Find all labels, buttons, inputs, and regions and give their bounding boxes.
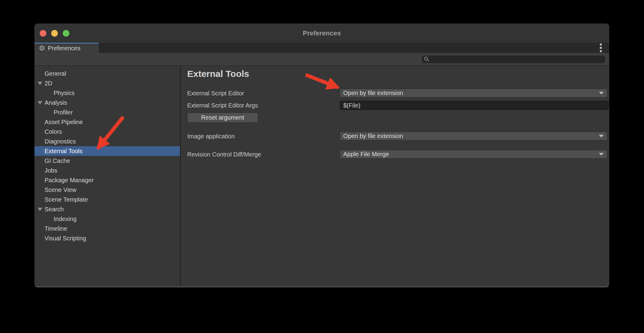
page-title: External Tools bbox=[187, 68, 249, 80]
sidebar-item-label: Analysis bbox=[45, 98, 67, 107]
sidebar-item-external-tools[interactable]: External Tools bbox=[35, 146, 180, 156]
sidebar-item-scene-template[interactable]: Scene Template bbox=[35, 195, 180, 204]
sidebar-item-diagnostics[interactable]: Diagnostics bbox=[35, 137, 180, 146]
image-application-dropdown[interactable]: Open by file extension bbox=[340, 132, 607, 140]
external-script-editor-args-field[interactable] bbox=[340, 101, 609, 110]
sidebar-item-profiler[interactable]: Profiler bbox=[35, 107, 180, 117]
sidebar-item-label: Indexing bbox=[54, 214, 77, 224]
window-title: Preferences bbox=[35, 29, 609, 37]
titlebar: Preferences bbox=[35, 24, 609, 43]
sidebar-item-analysis[interactable]: Analysis bbox=[35, 98, 180, 107]
toolbar bbox=[35, 53, 609, 66]
sidebar-item-timeline[interactable]: Timeline bbox=[35, 224, 180, 233]
sidebar-item-physics[interactable]: Physics bbox=[35, 88, 180, 98]
chevron-down-icon bbox=[599, 153, 604, 156]
sidebar-item-label: Search bbox=[45, 204, 64, 214]
preferences-window: Preferences ⚙ Preferences General2DPhysi… bbox=[34, 23, 609, 287]
sidebar-item-label: General bbox=[45, 69, 66, 78]
image-application-label: Image application bbox=[187, 132, 235, 141]
revision-control-diff-merge-dropdown[interactable]: Apple File Merge bbox=[340, 150, 607, 159]
sidebar-item-package-manager[interactable]: Package Manager bbox=[35, 175, 180, 185]
sidebar-item-label: Diagnostics bbox=[45, 137, 76, 146]
sidebar-item-indexing[interactable]: Indexing bbox=[35, 214, 180, 224]
settings-content: External Tools External Script Editor Op… bbox=[181, 66, 609, 286]
expander-triangle-icon[interactable] bbox=[38, 208, 42, 211]
sidebar-item-label: Colors bbox=[45, 127, 62, 137]
reset-argument-button[interactable]: Reset argument bbox=[187, 113, 258, 123]
sidebar-item-jobs[interactable]: Jobs bbox=[35, 166, 180, 175]
sidebar-item-label: Scene View bbox=[45, 185, 76, 195]
image-application-value: Open by file extension bbox=[343, 133, 599, 140]
sidebar-item-general[interactable]: General bbox=[35, 69, 180, 78]
sidebar-item-search[interactable]: Search bbox=[35, 204, 180, 214]
sidebar-item-scene-view[interactable]: Scene View bbox=[35, 185, 180, 195]
external-script-editor-args-label: External Script Editor Args bbox=[187, 101, 258, 110]
sidebar-item-label: Physics bbox=[54, 88, 75, 98]
chevron-down-icon bbox=[599, 135, 604, 137]
tab-bar: ⚙ Preferences bbox=[35, 43, 609, 53]
expander-triangle-icon[interactable] bbox=[38, 101, 42, 104]
chevron-down-icon bbox=[599, 92, 604, 94]
search-box[interactable] bbox=[421, 55, 606, 64]
sidebar-item-label: Timeline bbox=[45, 224, 67, 233]
sidebar-item-colors[interactable]: Colors bbox=[35, 127, 180, 137]
sidebar-item-2d[interactable]: 2D bbox=[35, 78, 180, 88]
tab-label: Preferences bbox=[48, 45, 81, 52]
sidebar-item-label: Scene Template bbox=[45, 195, 88, 204]
tab-preferences[interactable]: ⚙ Preferences bbox=[35, 43, 99, 53]
sidebar-item-label: Package Manager bbox=[45, 175, 94, 185]
kebab-menu-icon[interactable] bbox=[599, 42, 603, 54]
gear-icon: ⚙ bbox=[39, 45, 45, 52]
expander-triangle-icon[interactable] bbox=[38, 82, 42, 85]
settings-sidebar: General2DPhysicsAnalysisProfilerAsset Pi… bbox=[35, 66, 180, 286]
external-script-editor-dropdown[interactable]: Open by file extension bbox=[340, 89, 607, 97]
external-script-editor-label: External Script Editor bbox=[187, 89, 244, 98]
sidebar-item-label: Profiler bbox=[54, 107, 73, 117]
sidebar-item-label: Visual Scripting bbox=[45, 233, 86, 243]
sidebar-item-gi-cache[interactable]: GI Cache bbox=[35, 156, 180, 166]
main-area: General2DPhysicsAnalysisProfilerAsset Pi… bbox=[35, 66, 609, 286]
sidebar-item-label: Asset Pipeline bbox=[45, 117, 83, 127]
external-script-editor-value: Open by file extension bbox=[343, 90, 599, 97]
sidebar-item-label: GI Cache bbox=[45, 156, 70, 166]
sidebar-item-label: External Tools bbox=[45, 146, 82, 156]
sidebar-item-visual-scripting[interactable]: Visual Scripting bbox=[35, 233, 180, 243]
sidebar-item-label: 2D bbox=[45, 78, 52, 88]
revision-control-diff-merge-label: Revision Control Diff/Merge bbox=[187, 150, 261, 159]
revision-control-diff-merge-value: Apple File Merge bbox=[343, 151, 599, 158]
sidebar-item-label: Jobs bbox=[45, 166, 57, 175]
search-icon bbox=[424, 57, 429, 62]
sidebar-item-asset-pipeline[interactable]: Asset Pipeline bbox=[35, 117, 180, 127]
search-input[interactable] bbox=[431, 55, 605, 63]
